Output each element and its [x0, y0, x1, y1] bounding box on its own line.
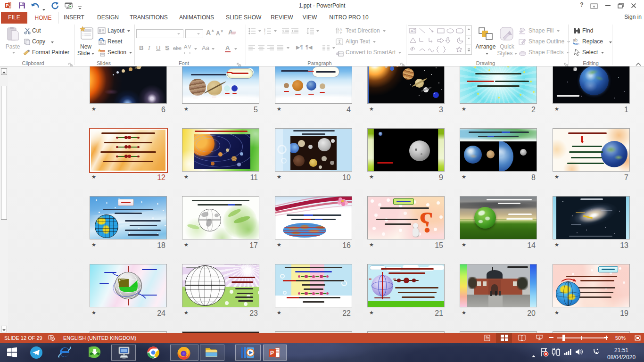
svg-text:3: 3	[264, 32, 265, 34]
svg-text:A: A	[411, 29, 413, 33]
svg-text:A: A	[339, 27, 342, 32]
svg-text:P: P	[270, 350, 274, 356]
svg-text:ac: ac	[575, 41, 579, 46]
